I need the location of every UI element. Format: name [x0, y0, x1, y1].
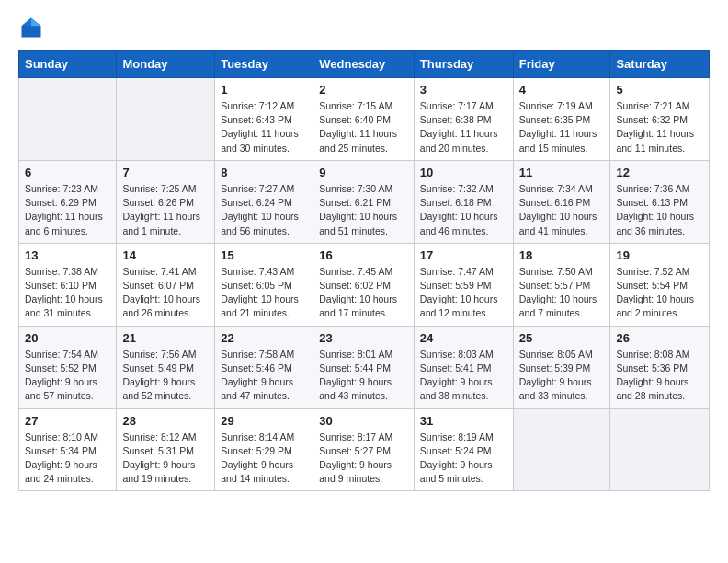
calendar-cell: 3Sunrise: 7:17 AMSunset: 6:38 PMDaylight…: [414, 78, 513, 161]
calendar-cell: 21Sunrise: 7:56 AMSunset: 5:49 PMDayligh…: [117, 326, 215, 408]
day-info: Sunrise: 8:08 AMSunset: 5:36 PMDaylight:…: [616, 348, 703, 404]
calendar-cell: 9Sunrise: 7:30 AMSunset: 6:21 PMDaylight…: [313, 160, 415, 243]
day-number: 24: [420, 331, 507, 345]
day-number: 3: [420, 83, 507, 97]
logo-icon: [18, 15, 44, 40]
calendar-cell: 20Sunrise: 7:54 AMSunset: 5:52 PMDayligh…: [19, 326, 117, 408]
day-info: Sunrise: 8:14 AMSunset: 5:29 PMDaylight:…: [221, 431, 307, 487]
page: SundayMondayTuesdayWednesdayThursdayFrid…: [0, 0, 728, 510]
day-info: Sunrise: 8:12 AMSunset: 5:31 PMDaylight:…: [122, 431, 209, 487]
svg-marker-2: [22, 18, 32, 27]
logo: [18, 15, 48, 40]
day-number: 11: [519, 166, 605, 179]
day-info: Sunrise: 7:54 AMSunset: 5:52 PMDaylight:…: [25, 348, 110, 404]
calendar-cell: 17Sunrise: 7:47 AMSunset: 5:59 PMDayligh…: [414, 243, 513, 326]
day-number: 9: [319, 166, 408, 179]
day-header-sunday: Sunday: [19, 51, 117, 78]
day-number: 26: [616, 331, 703, 345]
day-info: Sunrise: 8:19 AMSunset: 5:24 PMDaylight:…: [420, 431, 507, 487]
calendar-cell: 28Sunrise: 8:12 AMSunset: 5:31 PMDayligh…: [117, 408, 215, 491]
day-number: 5: [616, 83, 703, 97]
calendar-cell: 27Sunrise: 8:10 AMSunset: 5:34 PMDayligh…: [19, 408, 117, 491]
day-header-saturday: Saturday: [610, 51, 710, 78]
day-info: Sunrise: 7:38 AMSunset: 6:10 PMDaylight:…: [25, 265, 110, 321]
day-info: Sunrise: 8:10 AMSunset: 5:34 PMDaylight:…: [25, 431, 110, 487]
day-info: Sunrise: 7:23 AMSunset: 6:29 PMDaylight:…: [25, 182, 110, 238]
calendar-cell: 12Sunrise: 7:36 AMSunset: 6:13 PMDayligh…: [610, 160, 710, 243]
day-info: Sunrise: 7:36 AMSunset: 6:13 PMDaylight:…: [616, 182, 703, 238]
day-info: Sunrise: 7:27 AMSunset: 6:24 PMDaylight:…: [221, 182, 307, 238]
calendar-cell: 14Sunrise: 7:41 AMSunset: 6:07 PMDayligh…: [117, 243, 215, 326]
calendar-table: SundayMondayTuesdayWednesdayThursdayFrid…: [18, 50, 710, 491]
day-header-tuesday: Tuesday: [215, 51, 313, 78]
day-info: Sunrise: 7:21 AMSunset: 6:32 PMDaylight:…: [616, 99, 703, 155]
day-header-monday: Monday: [117, 51, 215, 78]
day-info: Sunrise: 8:17 AMSunset: 5:27 PMDaylight:…: [319, 431, 408, 487]
week-row-1: 1Sunrise: 7:12 AMSunset: 6:43 PMDaylight…: [19, 78, 710, 161]
day-number: 20: [25, 331, 110, 345]
calendar-cell: 11Sunrise: 7:34 AMSunset: 6:16 PMDayligh…: [513, 160, 610, 243]
day-number: 27: [25, 414, 110, 428]
day-header-thursday: Thursday: [414, 51, 513, 78]
day-info: Sunrise: 8:03 AMSunset: 5:41 PMDaylight:…: [420, 348, 507, 404]
week-row-3: 13Sunrise: 7:38 AMSunset: 6:10 PMDayligh…: [19, 243, 710, 326]
calendar-cell: 23Sunrise: 8:01 AMSunset: 5:44 PMDayligh…: [313, 326, 415, 408]
day-info: Sunrise: 7:58 AMSunset: 5:46 PMDaylight:…: [221, 348, 307, 404]
calendar-cell: 26Sunrise: 8:08 AMSunset: 5:36 PMDayligh…: [610, 326, 710, 408]
calendar-cell: 4Sunrise: 7:19 AMSunset: 6:35 PMDaylight…: [513, 78, 610, 161]
calendar-cell: 22Sunrise: 7:58 AMSunset: 5:46 PMDayligh…: [215, 326, 313, 408]
day-header-wednesday: Wednesday: [313, 51, 415, 78]
day-info: Sunrise: 7:43 AMSunset: 6:05 PMDaylight:…: [221, 265, 307, 321]
calendar-cell: 18Sunrise: 7:50 AMSunset: 5:57 PMDayligh…: [513, 243, 610, 326]
calendar-cell: 1Sunrise: 7:12 AMSunset: 6:43 PMDaylight…: [215, 78, 313, 161]
day-info: Sunrise: 7:47 AMSunset: 5:59 PMDaylight:…: [420, 265, 507, 321]
day-number: 8: [221, 166, 307, 179]
day-info: Sunrise: 7:34 AMSunset: 6:16 PMDaylight:…: [519, 182, 605, 238]
day-number: 6: [25, 166, 110, 179]
day-number: 17: [420, 248, 507, 262]
day-number: 28: [122, 414, 209, 428]
calendar-cell: 31Sunrise: 8:19 AMSunset: 5:24 PMDayligh…: [414, 408, 513, 491]
day-info: Sunrise: 8:05 AMSunset: 5:39 PMDaylight:…: [519, 348, 605, 404]
day-number: 31: [420, 414, 507, 428]
day-number: 19: [616, 248, 703, 262]
calendar-cell: 24Sunrise: 8:03 AMSunset: 5:41 PMDayligh…: [414, 326, 513, 408]
calendar-cell: 19Sunrise: 7:52 AMSunset: 5:54 PMDayligh…: [610, 243, 710, 326]
day-info: Sunrise: 7:41 AMSunset: 6:07 PMDaylight:…: [122, 265, 209, 321]
day-number: 25: [519, 331, 605, 345]
day-number: 2: [319, 83, 408, 97]
day-number: 7: [122, 166, 209, 179]
header: [18, 15, 710, 40]
day-number: 15: [221, 248, 307, 262]
calendar-cell: 30Sunrise: 8:17 AMSunset: 5:27 PMDayligh…: [313, 408, 415, 491]
calendar-cell: [117, 78, 215, 161]
calendar-cell: 10Sunrise: 7:32 AMSunset: 6:18 PMDayligh…: [414, 160, 513, 243]
day-number: 16: [319, 248, 408, 262]
calendar-cell: 6Sunrise: 7:23 AMSunset: 6:29 PMDaylight…: [19, 160, 117, 243]
calendar-cell: 2Sunrise: 7:15 AMSunset: 6:40 PMDaylight…: [313, 78, 415, 161]
day-header-friday: Friday: [513, 51, 610, 78]
day-number: 12: [616, 166, 703, 179]
calendar-cell: [19, 78, 117, 161]
day-number: 13: [25, 248, 110, 262]
day-info: Sunrise: 7:15 AMSunset: 6:40 PMDaylight:…: [319, 99, 408, 155]
calendar-cell: 7Sunrise: 7:25 AMSunset: 6:26 PMDaylight…: [117, 160, 215, 243]
day-info: Sunrise: 7:17 AMSunset: 6:38 PMDaylight:…: [420, 99, 507, 155]
calendar-cell: 8Sunrise: 7:27 AMSunset: 6:24 PMDaylight…: [215, 160, 313, 243]
day-info: Sunrise: 7:52 AMSunset: 5:54 PMDaylight:…: [616, 265, 703, 321]
calendar-cell: 29Sunrise: 8:14 AMSunset: 5:29 PMDayligh…: [215, 408, 313, 491]
day-info: Sunrise: 7:50 AMSunset: 5:57 PMDaylight:…: [519, 265, 605, 321]
day-number: 22: [221, 331, 307, 345]
calendar-cell: 13Sunrise: 7:38 AMSunset: 6:10 PMDayligh…: [19, 243, 117, 326]
week-row-5: 27Sunrise: 8:10 AMSunset: 5:34 PMDayligh…: [19, 408, 710, 491]
calendar-header-row: SundayMondayTuesdayWednesdayThursdayFrid…: [19, 51, 710, 78]
day-info: Sunrise: 7:19 AMSunset: 6:35 PMDaylight:…: [519, 99, 605, 155]
day-number: 10: [420, 166, 507, 179]
day-info: Sunrise: 7:12 AMSunset: 6:43 PMDaylight:…: [221, 99, 307, 155]
svg-marker-1: [31, 18, 41, 27]
day-number: 4: [519, 83, 605, 97]
day-number: 18: [519, 248, 605, 262]
calendar-cell: 5Sunrise: 7:21 AMSunset: 6:32 PMDaylight…: [610, 78, 710, 161]
day-info: Sunrise: 7:32 AMSunset: 6:18 PMDaylight:…: [420, 182, 507, 238]
day-number: 30: [319, 414, 408, 428]
